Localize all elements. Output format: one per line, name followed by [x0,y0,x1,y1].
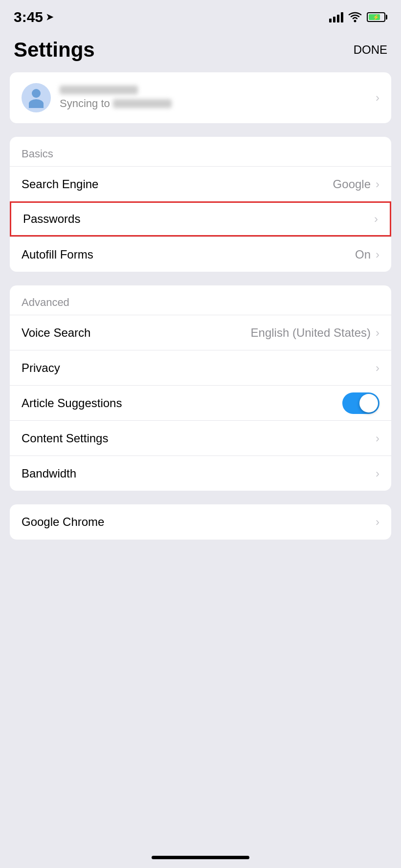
home-indicator [152,856,249,859]
autofill-forms-label: Autofill Forms [22,248,355,261]
status-icons: ⚡ [329,12,387,22]
advanced-section-label: Advanced [10,285,391,315]
account-info: Syncing to [60,86,376,110]
account-email [113,99,172,108]
passwords-row[interactable]: Passwords › [10,201,391,237]
voice-search-label: Voice Search [22,326,251,340]
search-engine-row[interactable]: Search Engine Google › [10,166,391,201]
passwords-chevron-icon: › [374,212,378,226]
wifi-icon [348,12,362,22]
account-chevron-icon: › [376,91,379,105]
content-settings-chevron-icon: › [376,432,379,445]
location-icon: ➤ [46,12,53,22]
privacy-chevron-icon: › [376,361,379,375]
account-sync-label: Syncing to [60,97,376,110]
bandwidth-chevron-icon: › [376,467,379,480]
google-chrome-chevron-icon: › [376,515,379,529]
search-engine-chevron-icon: › [376,177,379,191]
privacy-row[interactable]: Privacy › [10,350,391,385]
google-chrome-label: Google Chrome [22,515,376,529]
content-settings-label: Content Settings [22,432,376,445]
google-chrome-card: Google Chrome › [10,504,391,540]
status-bar: 3:45 ➤ ⚡ [0,0,401,30]
account-row[interactable]: Syncing to › [10,72,391,123]
bandwidth-label: Bandwidth [22,467,376,480]
voice-search-chevron-icon: › [376,326,379,340]
voice-search-value: English (United States) [251,326,371,340]
bandwidth-row[interactable]: Bandwidth › [10,456,391,491]
svg-point-0 [354,20,356,22]
done-button[interactable]: DONE [354,43,387,57]
search-engine-value: Google [333,177,371,191]
battery-icon: ⚡ [367,12,387,22]
privacy-label: Privacy [22,361,376,375]
basics-card: Basics Search Engine Google › Passwords … [10,137,391,272]
search-engine-label: Search Engine [22,177,333,191]
autofill-forms-row[interactable]: Autofill Forms On › [10,237,391,272]
article-suggestions-row[interactable]: Article Suggestions [10,385,391,420]
autofill-forms-chevron-icon: › [376,248,379,261]
basics-section-label: Basics [10,137,391,166]
signal-bars-icon [329,12,343,22]
page-title: Settings [14,38,95,62]
google-chrome-row[interactable]: Google Chrome › [10,504,391,540]
account-card: Syncing to › [10,72,391,123]
page-header: Settings DONE [0,30,401,72]
account-name [60,86,138,94]
autofill-forms-value: On [355,248,371,261]
advanced-card: Advanced Voice Search English (United St… [10,285,391,491]
avatar [22,83,51,112]
status-time: 3:45 ➤ [14,9,53,25]
article-suggestions-label: Article Suggestions [22,396,336,410]
article-suggestions-toggle[interactable] [342,392,379,414]
voice-search-row[interactable]: Voice Search English (United States) › [10,315,391,350]
battery-bolt-icon: ⚡ [373,14,379,21]
passwords-label: Passwords [23,212,374,226]
content-settings-row[interactable]: Content Settings › [10,420,391,456]
toggle-thumb [359,394,378,412]
